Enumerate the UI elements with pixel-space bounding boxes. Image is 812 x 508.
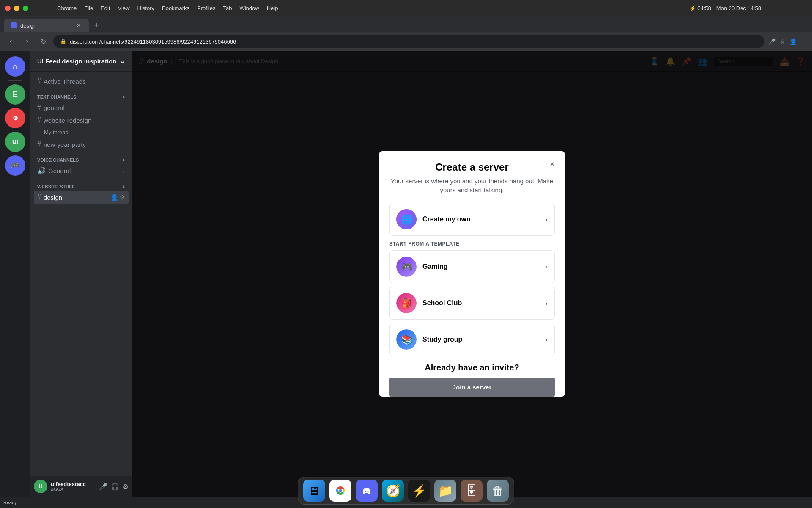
close-window-button[interactable]: [5, 6, 11, 11]
menu-profiles[interactable]: Profiles: [197, 5, 215, 11]
gaming-icon: 🎮: [396, 257, 417, 277]
gaming-option[interactable]: 🎮 Gaming ›: [389, 250, 555, 283]
dock-safari-icon[interactable]: 🧭: [382, 480, 404, 502]
refresh-button[interactable]: ↻: [37, 36, 49, 47]
school-club-option[interactable]: 🎒 School Club ›: [389, 287, 555, 320]
channel-new-year-label: new-year-party: [44, 141, 86, 148]
channel-website-label: website-redesign: [44, 117, 91, 124]
dock-bolt-icon[interactable]: ⚡: [408, 480, 430, 502]
server-icon-2[interactable]: ⚙: [5, 108, 25, 128]
svg-text:🎮: 🎮: [401, 261, 413, 273]
address-bar-row: ‹ › ↻ 🔒 discord.com/channels/92249118030…: [0, 32, 812, 51]
hash-icon-4: #: [37, 193, 41, 201]
svg-text:🌐: 🌐: [401, 214, 413, 225]
study-group-label: Study group: [422, 336, 539, 343]
tab-title: design: [20, 22, 36, 29]
minimize-window-button[interactable]: [14, 6, 19, 11]
new-tab-button[interactable]: +: [91, 19, 102, 31]
menu-bookmarks[interactable]: Bookmarks: [162, 5, 189, 11]
home-server-icon[interactable]: ⌂: [5, 56, 25, 77]
menu-window[interactable]: Window: [239, 5, 259, 11]
headset-icon[interactable]: 🎧: [111, 483, 119, 491]
dock-chrome-icon[interactable]: [329, 480, 351, 502]
svg-text:⚙: ⚙: [13, 115, 18, 121]
server-name: UI Feed design inspiration: [37, 58, 117, 65]
profile-icon[interactable]: 👤: [790, 38, 797, 45]
modal-title: Create a server: [389, 161, 555, 173]
active-tab[interactable]: design ✕: [4, 19, 89, 32]
add-voice-icon[interactable]: +: [123, 157, 125, 163]
modal-close-button[interactable]: ×: [546, 158, 558, 170]
username: uifeedtestacc: [51, 481, 86, 487]
dock-discord-icon[interactable]: [356, 480, 378, 502]
voice-general[interactable]: 🔊 General ↓: [34, 164, 129, 177]
hash-icon: #: [37, 104, 41, 111]
mic-status-icon[interactable]: 🎤: [99, 483, 107, 491]
voice-channels-label: VOICE CHANNELS: [37, 157, 79, 163]
dock-finder-icon[interactable]: 🖥: [303, 480, 325, 502]
add-person-icon[interactable]: 👤: [111, 194, 118, 201]
back-button[interactable]: ‹: [5, 36, 17, 47]
tab-close-button[interactable]: ✕: [75, 22, 82, 29]
school-club-icon: 🎒: [396, 293, 417, 313]
channel-list: # Active Threads TEXT CHANNELS + # gener…: [30, 72, 132, 476]
main-content: # design | This is a good place to talk …: [132, 51, 812, 497]
create-server-modal: × Create a server Your server is where y…: [379, 151, 565, 397]
user-settings-icon[interactable]: ⚙: [123, 483, 129, 491]
active-threads-label: Active Threads: [44, 78, 86, 85]
menu-bar: Chrome File Edit View History Bookmarks …: [57, 5, 278, 11]
server-sidebar: ⌂ E ⚙ UI 🎮: [0, 51, 30, 497]
settings-icon[interactable]: ⚙: [120, 194, 125, 201]
address-bar[interactable]: 🔒 discord.com/channels/92249118030915998…: [53, 35, 764, 48]
menu-file[interactable]: File: [84, 5, 93, 11]
voice-channels-header[interactable]: VOICE CHANNELS +: [34, 151, 129, 164]
school-club-label: School Club: [422, 299, 539, 307]
create-own-option[interactable]: 🌐 Create my own ›: [389, 203, 555, 236]
forward-button[interactable]: ›: [21, 36, 33, 47]
mic-icon[interactable]: 🎤: [768, 38, 776, 45]
menu-view[interactable]: View: [118, 5, 130, 11]
menu-tab[interactable]: Tab: [223, 5, 232, 11]
user-info: uifeedtestacc #6645: [51, 481, 86, 492]
url-text: discord.com/channels/922491180309159986/…: [70, 39, 236, 45]
server-name-bar[interactable]: UI Feed design inspiration ⌄: [30, 51, 132, 72]
menu-edit[interactable]: Edit: [101, 5, 110, 11]
thread-label: My thread: [44, 129, 69, 135]
dock-files-icon[interactable]: 📁: [434, 480, 456, 502]
gaming-chevron: ›: [545, 262, 548, 271]
school-club-chevron: ›: [545, 299, 548, 308]
server-icon-4[interactable]: 🎮: [5, 155, 25, 176]
maximize-window-button[interactable]: [23, 6, 28, 11]
channel-new-year[interactable]: # new-year-party: [34, 138, 129, 151]
channel-design[interactable]: # design 👤 ⚙: [34, 191, 129, 204]
time-area: ⚡ 04:58 Mon 20 Dec 14:58: [689, 5, 761, 11]
svg-text:📚: 📚: [401, 334, 413, 345]
channel-actions: 👤 ⚙: [111, 194, 125, 201]
join-server-button[interactable]: Join a server: [389, 378, 555, 397]
channel-general[interactable]: # general: [34, 101, 129, 114]
server-icon-1[interactable]: E: [5, 84, 25, 105]
add-channel-icon[interactable]: +: [123, 94, 125, 99]
dock-trash-icon[interactable]: 🗑: [487, 480, 509, 502]
create-own-label: Create my own: [422, 215, 539, 223]
text-channels-label: TEXT CHANNELS: [37, 94, 76, 99]
status-text: Ready: [3, 500, 17, 505]
text-channels-header[interactable]: TEXT CHANNELS +: [34, 88, 129, 101]
invite-title: Already have an invite?: [389, 363, 555, 373]
modal-overlay[interactable]: × Create a server Your server is where y…: [132, 51, 812, 497]
menu-history[interactable]: History: [137, 5, 154, 11]
server-icon-3[interactable]: UI: [5, 132, 25, 152]
website-section-header[interactable]: WEBSITE STUFF +: [34, 177, 129, 191]
menu-help[interactable]: Help: [267, 5, 278, 11]
channel-my-thread[interactable]: My thread: [34, 127, 129, 138]
bookmark-icon[interactable]: ☆: [780, 38, 785, 45]
channel-website-redesign[interactable]: # website-redesign: [34, 114, 129, 127]
add-website-icon[interactable]: +: [123, 184, 125, 189]
menu-chrome[interactable]: Chrome: [57, 5, 77, 11]
dock-archive-icon[interactable]: 🗄: [461, 480, 483, 502]
more-icon[interactable]: ⋮: [801, 38, 807, 45]
gaming-label: Gaming: [422, 263, 539, 271]
study-group-option[interactable]: 📚 Study group ›: [389, 323, 555, 356]
active-threads-item[interactable]: # Active Threads: [34, 75, 129, 88]
website-section-label: WEBSITE STUFF: [37, 184, 75, 189]
